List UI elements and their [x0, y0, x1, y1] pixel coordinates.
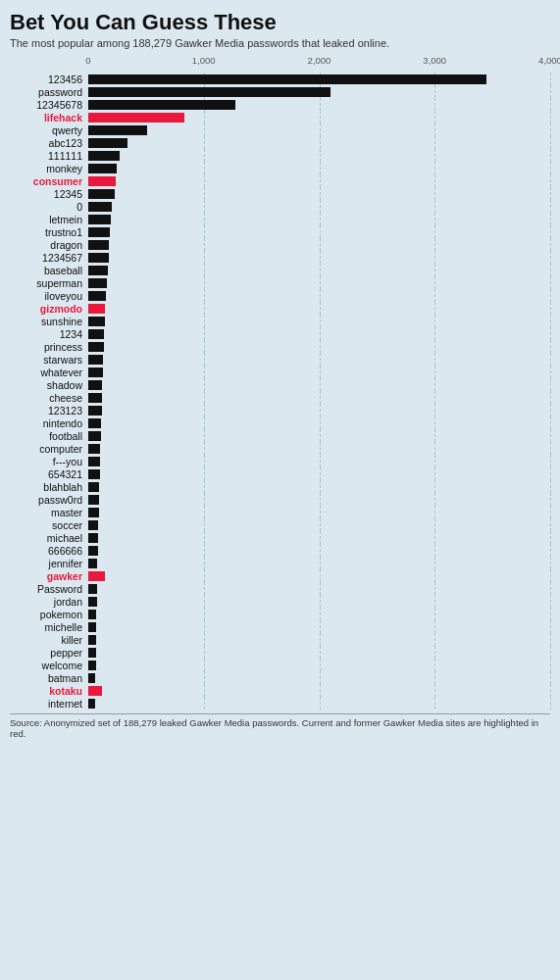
- axis-row: 01,0002,0003,0004,000: [10, 55, 550, 73]
- bar-label: 654321: [10, 468, 88, 480]
- grid-line: [204, 404, 205, 416]
- bar: [88, 444, 100, 454]
- bar-label: 12345: [10, 188, 88, 200]
- bar-row: 111111: [10, 149, 550, 162]
- bar-container: [88, 671, 550, 684]
- grid-line: [204, 391, 205, 404]
- bar: [88, 508, 99, 517]
- bar-label: consumer: [10, 175, 88, 187]
- grid-line: [434, 557, 435, 569]
- grid-line: [320, 659, 321, 671]
- bar: [88, 266, 108, 275]
- bar-container: [88, 620, 550, 633]
- bar-container: [88, 162, 550, 174]
- bar-row: michael: [10, 531, 550, 544]
- bars-container: 123456password12345678lifehackqwertyabc1…: [10, 73, 550, 710]
- bar-label: 123456: [10, 74, 88, 85]
- bar: [88, 699, 95, 709]
- grid-line: [434, 276, 435, 289]
- bar-container: [88, 98, 550, 111]
- grid-line: [550, 684, 551, 697]
- bar-row: jennifer: [10, 557, 550, 569]
- bar: [88, 622, 96, 632]
- bar-label: dragon: [10, 239, 88, 251]
- grid-line: [204, 289, 205, 302]
- bar: [88, 342, 104, 352]
- grid-line: [204, 251, 205, 264]
- grid-line: [204, 315, 205, 327]
- bar-label: shadow: [10, 379, 88, 391]
- bar-row: passw0rd: [10, 493, 550, 506]
- grid-line: [204, 480, 205, 493]
- bar-container: [88, 659, 550, 671]
- grid-line: [550, 289, 551, 302]
- grid-line: [204, 557, 205, 569]
- grid-line: [550, 200, 551, 213]
- grid-line: [434, 391, 435, 404]
- grid-line: [434, 480, 435, 493]
- grid-line: [434, 633, 435, 646]
- grid-line: [320, 455, 321, 467]
- grid-line: [550, 315, 551, 327]
- grid-line: [320, 646, 321, 659]
- grid-line: [204, 174, 205, 187]
- grid-line: [204, 187, 205, 200]
- grid-line: [434, 416, 435, 429]
- grid-line: [204, 238, 205, 251]
- grid-line: [204, 659, 205, 671]
- bar-container: [88, 123, 550, 136]
- grid-line: [550, 595, 551, 608]
- grid-line: [320, 123, 321, 136]
- grid-line: [550, 187, 551, 200]
- bar-row: letmein: [10, 213, 550, 225]
- bar: [88, 355, 103, 365]
- grid-line: [320, 366, 321, 378]
- bar-container: [88, 633, 550, 646]
- grid-line: [320, 467, 321, 480]
- grid-line: [434, 684, 435, 697]
- bar: [88, 87, 331, 97]
- grid-line: [204, 149, 205, 162]
- grid-line: [434, 442, 435, 455]
- bar-container: [88, 557, 550, 569]
- bar-row: password: [10, 85, 550, 98]
- bar-row: superman: [10, 276, 550, 289]
- bar-container: [88, 302, 550, 315]
- bar-container: [88, 518, 550, 531]
- grid-line: [320, 353, 321, 366]
- bar-row: 12345678: [10, 98, 550, 111]
- grid-line: [204, 123, 205, 136]
- grid-line: [550, 391, 551, 404]
- grid-line: [434, 429, 435, 442]
- bar-label: 111111: [10, 150, 88, 162]
- grid-line: [550, 73, 551, 85]
- grid-line: [434, 366, 435, 378]
- grid-line: [550, 174, 551, 187]
- grid-line: [434, 340, 435, 353]
- grid-line: [204, 442, 205, 455]
- bar-label: master: [10, 507, 88, 518]
- bar-container: [88, 595, 550, 608]
- grid-line: [320, 340, 321, 353]
- grid-line: [550, 149, 551, 162]
- grid-line: [204, 608, 205, 620]
- bar-container: [88, 187, 550, 200]
- bar-label: 666666: [10, 545, 88, 557]
- grid-line: [320, 225, 321, 238]
- bar-container: [88, 442, 550, 455]
- bar: [88, 520, 98, 530]
- bar-row: consumer: [10, 174, 550, 187]
- bar-row: lifehack: [10, 111, 550, 123]
- bar: [88, 164, 117, 173]
- grid-line: [204, 544, 205, 557]
- bar-container: [88, 315, 550, 327]
- grid-line: [550, 213, 551, 225]
- grid-line: [320, 442, 321, 455]
- bar-container: [88, 582, 550, 595]
- grid-line: [320, 174, 321, 187]
- bar: [88, 673, 95, 683]
- bar: [88, 253, 109, 263]
- axis-tick-label: 4,000: [538, 55, 560, 66]
- grid-line: [550, 340, 551, 353]
- bar-row: 12345: [10, 187, 550, 200]
